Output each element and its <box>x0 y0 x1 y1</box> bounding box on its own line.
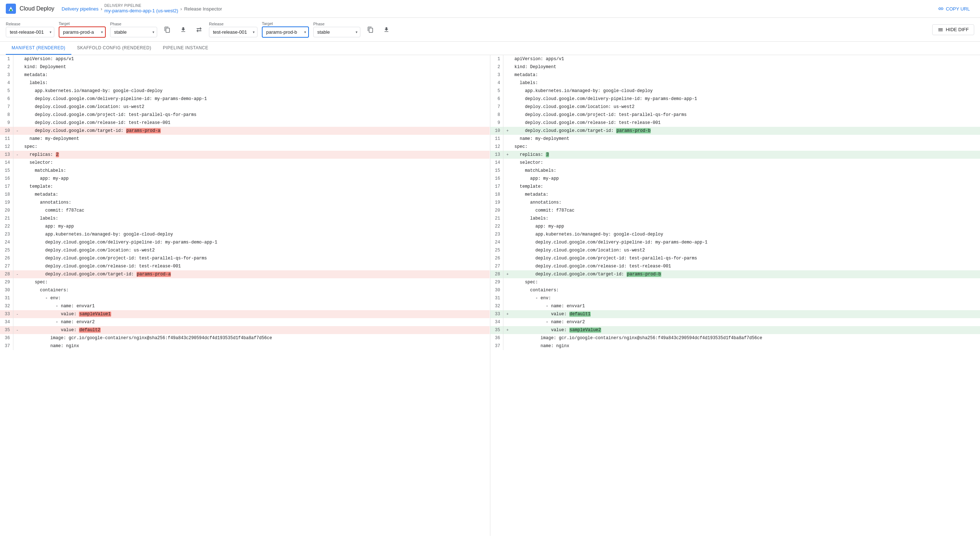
table-row: 25 deploy.cloud.google.com/location: us-… <box>0 246 490 254</box>
table-row: 8 deploy.cloud.google.com/project-id: te… <box>490 111 980 119</box>
table-row: 33+ value: default1 <box>490 310 980 318</box>
code-line: deploy.cloud.google.com/release-id: test… <box>512 119 980 127</box>
diff-marker: - <box>13 270 21 278</box>
diff-marker: - <box>13 326 21 334</box>
code-line: replicas: 2 <box>21 151 490 159</box>
table-row: 3metadata: <box>490 71 980 79</box>
line-number: 16 <box>490 175 503 183</box>
line-number: 7 <box>0 103 13 111</box>
right-phase-select[interactable]: stable <box>313 27 360 37</box>
line-number: 4 <box>0 79 13 87</box>
line-number: 29 <box>490 278 503 286</box>
line-number: 19 <box>0 199 13 207</box>
table-row: 4 labels: <box>0 79 490 87</box>
line-number: 14 <box>0 159 13 167</box>
copy-right-icon <box>367 27 374 33</box>
code-line: - name: envvar1 <box>21 302 490 310</box>
left-phase-select[interactable]: stable <box>110 27 157 37</box>
diff-marker: - <box>13 151 21 159</box>
table-row: 19 annotations: <box>0 199 490 207</box>
diff-marker <box>13 95 21 103</box>
code-line: value: sampleValue1 <box>21 310 490 318</box>
table-row: 21 labels: <box>490 215 980 223</box>
line-number: 26 <box>0 254 13 262</box>
table-row: 25 deploy.cloud.google.com/location: us-… <box>490 246 980 254</box>
tab-pipeline[interactable]: PIPELINE INSTANCE <box>157 41 215 55</box>
line-number: 24 <box>0 238 13 246</box>
code-line: deploy.cloud.google.com/project-id: test… <box>512 254 980 262</box>
code-line: spec: <box>21 278 490 286</box>
copy-right-button[interactable] <box>365 24 376 35</box>
download-right-icon <box>383 27 390 33</box>
right-phase-label: Phase <box>313 22 360 26</box>
diff-marker <box>13 262 21 270</box>
line-number: 37 <box>0 342 13 350</box>
right-target-select[interactable]: params-prod-b <box>262 27 309 38</box>
line-number: 12 <box>0 143 13 151</box>
diff-marker <box>13 294 21 302</box>
code-line: selector: <box>512 159 980 167</box>
line-number: 15 <box>490 167 503 175</box>
line-number: 30 <box>490 286 503 294</box>
diff-marker <box>13 143 21 151</box>
code-line: metadata: <box>21 71 490 79</box>
diff-marker <box>13 167 21 175</box>
left-target-select[interactable]: params-prod-a <box>59 27 106 38</box>
table-row: 3metadata: <box>0 71 490 79</box>
copy-url-label: COPY URL <box>946 6 970 11</box>
breadcrumb-sep-2: › <box>180 6 182 11</box>
code-line: image: gcr.io/google-containers/nginx@sh… <box>21 334 490 342</box>
table-row: 7 deploy.cloud.google.com/location: us-w… <box>0 103 490 111</box>
right-release-select[interactable]: test-release-001 <box>209 27 258 37</box>
left-release-label: Release <box>6 22 54 26</box>
code-line: containers: <box>512 286 980 294</box>
table-row: 17 template: <box>490 183 980 191</box>
diff-marker <box>13 334 21 342</box>
line-number: 5 <box>490 87 503 95</box>
copy-url-button[interactable]: COPY URL <box>934 4 974 14</box>
line-number: 9 <box>0 119 13 127</box>
code-line: deploy.cloud.google.com/location: us-wes… <box>21 246 490 254</box>
table-row: 28+ deploy.cloud.google.com/target-id: p… <box>490 270 980 278</box>
tab-manifest[interactable]: MANIFEST (RENDERED) <box>6 41 72 55</box>
download-left-button[interactable] <box>177 24 189 35</box>
code-line: deploy.cloud.google.com/location: us-wes… <box>512 246 980 254</box>
line-number: 31 <box>0 294 13 302</box>
left-diff-pane[interactable]: 1apiVersion: apps/v12kind: Deployment3me… <box>0 55 490 536</box>
hide-diff-button[interactable]: HIDE DIFF <box>932 24 974 35</box>
line-number: 12 <box>490 143 503 151</box>
table-row: 16 app: my-app <box>490 175 980 183</box>
line-number: 18 <box>490 191 503 199</box>
code-line: spec: <box>512 278 980 286</box>
code-line: deploy.cloud.google.com/project-id: test… <box>512 111 980 119</box>
code-line: app.kubernetes.io/managed-by: google-clo… <box>21 231 490 238</box>
table-row: 31 - env: <box>490 294 980 302</box>
breadcrumb-pipeline-name[interactable]: my-params-demo-app-1 (us-west2) <box>104 8 178 14</box>
table-row: 15 matchLabels: <box>490 167 980 175</box>
code-line: deploy.cloud.google.com/release-id: test… <box>512 262 980 270</box>
code-line: - env: <box>512 294 980 302</box>
diff-marker <box>503 119 512 127</box>
code-line: name: my-deployment <box>21 135 490 143</box>
right-target-field: Target params-prod-b ▾ <box>262 21 309 38</box>
line-number: 8 <box>490 111 503 119</box>
download-right-button[interactable] <box>381 24 392 35</box>
code-line: deploy.cloud.google.com/target-id: param… <box>512 127 980 135</box>
table-row: 26 deploy.cloud.google.com/project-id: t… <box>0 254 490 262</box>
right-diff-pane[interactable]: 1apiVersion: apps/v12kind: Deployment3me… <box>490 55 980 536</box>
line-number: 10 <box>490 127 503 135</box>
code-line: labels: <box>512 215 980 223</box>
table-row: 10- deploy.cloud.google.com/target-id: p… <box>0 127 490 135</box>
diff-marker <box>503 207 512 215</box>
diff-marker <box>13 223 21 231</box>
line-number: 34 <box>0 318 13 326</box>
tab-skaffold[interactable]: SKAFFOLD CONFIG (RENDERED) <box>72 41 157 55</box>
table-row: 5 app.kubernetes.io/managed-by: google-c… <box>490 87 980 95</box>
breadcrumb-delivery-pipelines[interactable]: Delivery pipelines <box>62 6 99 11</box>
copy-left-button[interactable] <box>162 24 173 35</box>
diff-marker <box>13 79 21 87</box>
table-row: 12spec: <box>0 143 490 151</box>
line-number: 15 <box>0 167 13 175</box>
left-release-select[interactable]: test-release-001 <box>6 27 54 37</box>
diff-marker <box>503 215 512 223</box>
